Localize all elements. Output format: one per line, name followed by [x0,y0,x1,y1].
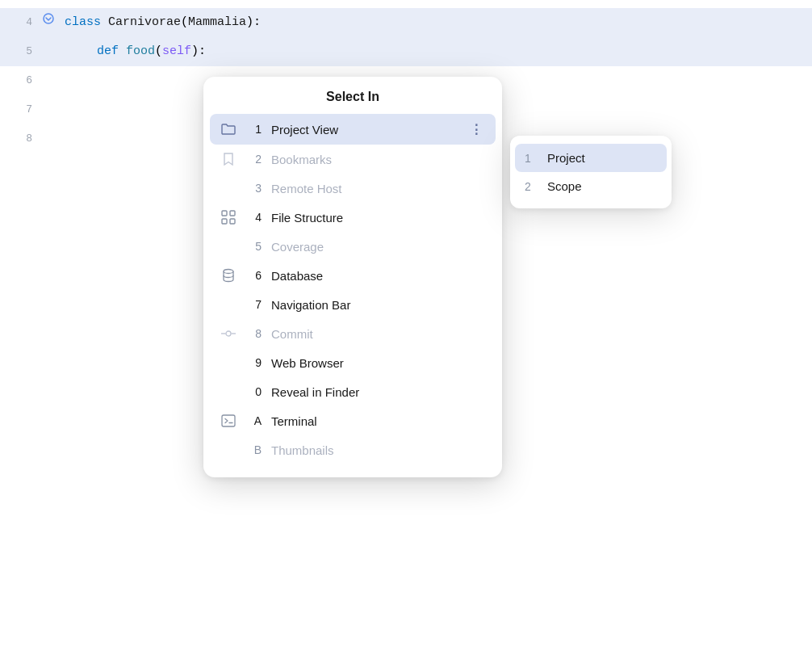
sub-item-label-project: Project [547,151,585,165]
thumbnails-icon [220,441,237,459]
item-label-reveal-finder: Reveal in Finder [271,385,486,399]
item-number-A: A [245,414,262,427]
item-number-0: 0 [245,385,262,398]
popup-title: Select In [203,90,502,104]
menu-item-web-browser[interactable]: 9 Web Browser [203,348,502,377]
item-number-3: 3 [245,182,262,195]
item-number-4: 4 [245,211,262,224]
item-label-project-view: Project View [271,123,467,136]
item-number-7: 7 [245,298,262,311]
item-label-bookmarks: Bookmarks [271,153,486,166]
menu-item-bookmarks[interactable]: 2 Bookmarks [203,145,502,174]
web-browser-icon [220,354,237,372]
sub-item-project[interactable]: 1 Project [515,144,667,172]
folder-icon [220,120,237,138]
item-number-5: 5 [245,240,262,253]
item-number-2: 2 [245,153,262,166]
item-label-web-browser: Web Browser [271,356,486,370]
sub-item-scope[interactable]: 2 Scope [510,172,672,200]
item-label-thumbnails: Thumbnails [271,443,486,457]
line-number-6: 6 [13,66,32,95]
sub-item-number-1: 1 [525,152,539,165]
code-line-4: 4 class Carnivorae(Mammalia): [0,8,812,37]
code-line-5: 5 def food(self): [0,37,812,66]
commit-icon [220,325,237,342]
item-number-8: 8 [245,327,262,340]
svg-rect-9 [222,415,235,426]
terminal-icon [220,412,237,430]
line-number-8: 8 [13,124,32,153]
svg-rect-3 [222,219,227,224]
item-number-6: 6 [245,269,262,282]
menu-item-thumbnails[interactable]: B Thumbnails [203,435,502,464]
code-content-5: def food(self): [97,37,206,66]
item-label-database: Database [271,269,486,283]
svg-point-5 [224,270,233,274]
line-number-4: 4 [13,8,32,37]
menu-item-commit[interactable]: 8 Commit [203,319,502,348]
navigation-bar-icon [220,296,237,313]
svg-rect-1 [222,211,227,216]
sub-item-number-2: 2 [525,180,539,193]
menu-item-coverage[interactable]: 5 Coverage [203,232,502,261]
item-label-commit: Commit [271,327,486,341]
line-icon-4 [42,8,58,37]
code-content-4: class Carnivorae(Mammalia): [65,8,261,37]
line-number-5: 5 [13,37,32,66]
menu-item-project-view[interactable]: 1 Project View ⋮ [210,114,496,145]
menu-item-database[interactable]: 6 Database [203,261,502,290]
menu-item-navigation-bar[interactable]: 7 Navigation Bar [203,290,502,319]
item-number-1: 1 [245,123,262,136]
database-icon [220,267,237,284]
file-structure-icon [220,208,237,226]
menu-item-reveal-finder[interactable]: 0 Reveal in Finder [203,377,502,406]
item-label-coverage: Coverage [271,240,486,254]
svg-rect-4 [230,219,235,224]
item-label-terminal: Terminal [271,414,486,428]
svg-rect-2 [230,211,235,216]
sub-popup: 1 Project 2 Scope [510,136,672,208]
bookmark-icon [220,150,237,168]
item-label-remote-host: Remote Host [271,182,486,195]
sub-item-label-scope: Scope [547,179,582,193]
menu-item-remote-host[interactable]: 3 Remote Host [203,174,502,203]
item-label-navigation-bar: Navigation Bar [271,298,486,312]
item-number-B: B [245,443,262,456]
item-number-9: 9 [245,356,262,369]
more-icon[interactable]: ⋮ [467,120,486,139]
select-in-popup: Select In 1 Project View ⋮ 2 Bookmarks 3… [203,77,502,477]
remote-host-icon [220,179,237,197]
coverage-icon [220,237,237,255]
menu-item-file-structure[interactable]: 4 File Structure [203,203,502,232]
reveal-finder-icon [220,383,237,401]
item-label-file-structure: File Structure [271,211,486,225]
svg-point-7 [226,331,231,336]
line-number-7: 7 [13,95,32,124]
menu-item-terminal[interactable]: A Terminal [203,406,502,435]
svg-point-0 [44,14,53,23]
